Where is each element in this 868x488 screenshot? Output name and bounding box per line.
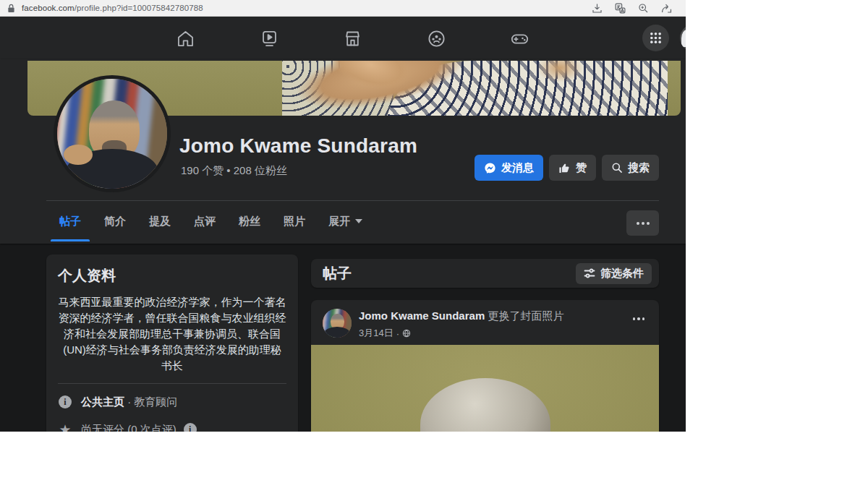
globe-privacy-icon: [402, 329, 411, 338]
ellipsis-icon: [633, 317, 636, 320]
rating-row: 尚无评分 (0 次点评): [58, 420, 286, 432]
chevron-down-icon: [355, 219, 362, 223]
groups-icon[interactable]: [416, 22, 456, 54]
rating-text: 尚无评分 (0 次点评): [81, 423, 176, 432]
tab-photos[interactable]: 照片: [272, 201, 317, 241]
search-button[interactable]: 搜索: [602, 155, 659, 181]
page-category-row: 公共主页 · 教育顾问: [58, 393, 286, 411]
tab-mentions[interactable]: 提及: [137, 201, 182, 241]
post-cover-photo-image[interactable]: [311, 345, 659, 432]
divider: [58, 383, 286, 384]
post-action-text: 更换了封面照片: [485, 309, 563, 322]
like-button[interactable]: 赞: [549, 155, 596, 181]
thumbs-up-icon: [558, 162, 571, 174]
profile-tabs: 帖子 简介 提及 点评 粉丝 照片 展开: [48, 201, 374, 241]
share-icon[interactable]: [660, 2, 673, 14]
post-date[interactable]: 3月14日: [359, 327, 393, 340]
likes-followers-count[interactable]: 190 个赞 • 208 位粉丝: [181, 164, 287, 178]
posts-header-card: 帖子 筛选条件: [311, 259, 659, 288]
message-button[interactable]: 发消息: [475, 155, 543, 181]
search-icon: [611, 162, 623, 174]
intro-bio: 马来西亚最重要的政治经济学家，作为一个著名资深的经济学者，曾任联合国粮食与农业组…: [58, 294, 286, 374]
intro-title: 个人资料: [58, 266, 286, 286]
filter-button[interactable]: 筛选条件: [576, 263, 652, 284]
avatar: [57, 79, 167, 189]
download-icon[interactable]: [591, 2, 603, 14]
info-icon: [59, 395, 72, 408]
zoom-icon[interactable]: [637, 2, 650, 14]
posts-title: 帖子: [323, 264, 576, 283]
watch-icon[interactable]: [249, 22, 289, 54]
translate-icon[interactable]: [614, 2, 626, 14]
post-author-avatar[interactable]: [323, 309, 352, 338]
tab-about[interactable]: 简介: [93, 201, 137, 241]
home-icon[interactable]: [165, 22, 205, 54]
filters-icon: [584, 267, 595, 279]
url-domain: facebook.com: [22, 4, 75, 12]
url-path: /profile.php?id=100075842780788: [75, 4, 203, 12]
profile-header: Jomo Kwame Sundaram 190 个赞 • 208 位粉丝 发消息…: [0, 59, 686, 244]
page-title: Jomo Kwame Sundaram: [179, 134, 417, 158]
page-category-bold: 公共主页: [81, 395, 124, 408]
star-icon: [59, 423, 71, 432]
marketplace-icon[interactable]: [332, 22, 373, 54]
tab-followers[interactable]: 粉丝: [227, 201, 272, 241]
browser-address-bar[interactable]: facebook.com/profile.php?id=100075842780…: [0, 0, 686, 17]
browser-window: facebook.com/profile.php?id=100075842780…: [0, 0, 686, 432]
page-category-rest: · 教育顾问: [124, 395, 177, 408]
post-header: Jomo Kwame Sundaram 更换了封面照片 3月14日 ·: [311, 300, 659, 345]
lock-icon: [7, 4, 15, 13]
tab-more[interactable]: 展开: [317, 201, 374, 241]
tab-posts[interactable]: 帖子: [48, 201, 93, 241]
post-author-name[interactable]: Jomo Kwame Sundaram: [359, 309, 485, 322]
account-button[interactable]: [680, 25, 686, 51]
post-card: Jomo Kwame Sundaram 更换了封面照片 3月14日 ·: [311, 300, 659, 432]
grid-icon: [650, 32, 662, 44]
intro-card: 个人资料 马来西亚最重要的政治经济学家，作为一个著名资深的经济学者，曾任联合国粮…: [46, 254, 298, 432]
messenger-icon: [484, 162, 496, 174]
info-icon[interactable]: [184, 423, 197, 432]
tab-reviews[interactable]: 点评: [182, 201, 227, 241]
url-text[interactable]: facebook.com/profile.php?id=100075842780…: [22, 4, 203, 12]
gaming-icon[interactable]: [499, 22, 540, 54]
ellipsis-icon: [637, 222, 639, 225]
menu-grid-button[interactable]: [642, 25, 669, 51]
more-options-button[interactable]: [626, 210, 659, 236]
post-more-button[interactable]: [633, 317, 645, 320]
profile-picture[interactable]: [54, 75, 171, 192]
facebook-navbar: [0, 17, 686, 59]
